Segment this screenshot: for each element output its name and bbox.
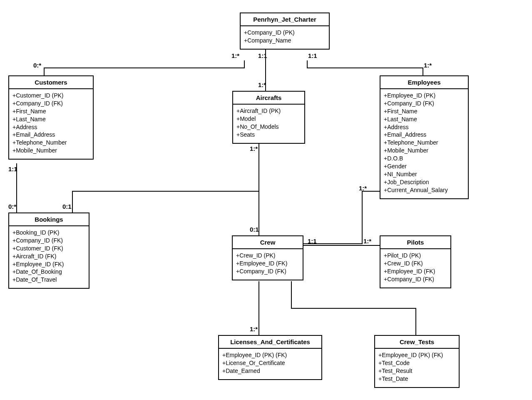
attribute-row: +Mobile_Number bbox=[12, 147, 89, 155]
entity-title: Bookings bbox=[9, 213, 89, 226]
attribute-row: +Company_ID (FK) bbox=[236, 268, 299, 275]
attribute-row: +Date_Of_Travel bbox=[12, 276, 85, 284]
attribute-row: +Aircraft_ID (FK) bbox=[12, 252, 85, 260]
multiplicity-customers-bookings-a: 1:1 bbox=[8, 165, 17, 172]
entity-customers: Customers +Customer_ID (PK)+Company_ID (… bbox=[8, 75, 94, 160]
entity-attrs-customers: +Customer_ID (PK)+Company_ID (FK)+First_… bbox=[9, 89, 93, 159]
attribute-row: +Email_Address bbox=[12, 131, 89, 139]
multiplicity-penrhyn-aircrafts-a: 1:1 bbox=[258, 52, 267, 59]
attribute-row: +Employee_ID (FK) bbox=[384, 268, 447, 275]
entity-crew-tests: Crew_Tests +Employee_ID (PK) (FK)+Test_C… bbox=[374, 335, 460, 388]
attribute-row: +Pilot_ID (PK) bbox=[384, 252, 447, 260]
er-diagram-canvas: 1:* 1:1 1:1 0:* 1:* 1:* 1:1 1:* 0:* 0:1 … bbox=[0, 0, 532, 400]
multiplicity-penrhyn-employees-a: 1:1 bbox=[308, 52, 317, 59]
multiplicity-aircrafts-bookings-a: 1:* bbox=[250, 145, 258, 152]
attribute-row: +Address bbox=[384, 123, 465, 131]
entity-attrs-pilots: +Pilot_ID (PK)+Crew_ID (FK)+Employee_ID … bbox=[380, 249, 450, 288]
multiplicity-crew-licenses-a: 1:* bbox=[250, 325, 258, 332]
attribute-row: +Company_ID (FK) bbox=[12, 100, 89, 108]
attribute-row: +Test_Result bbox=[378, 367, 455, 375]
attribute-row: +Test_Date bbox=[378, 375, 455, 383]
attribute-row: +Telephone_Number bbox=[384, 139, 465, 147]
attribute-row: +Employee_ID (PK) bbox=[384, 92, 465, 100]
attribute-row: +First_Name bbox=[12, 108, 89, 115]
entity-attrs-crew: +Crew_ID (PK)+Employee_ID (FK)+Company_I… bbox=[233, 249, 303, 280]
entity-title: Employees bbox=[380, 76, 468, 89]
multiplicity-customers-bookings-b: 0:* bbox=[8, 203, 16, 210]
attribute-row: +License_Or_Certificate bbox=[222, 359, 318, 367]
attribute-row: +Last_Name bbox=[12, 115, 89, 123]
attribute-row: +First_Name bbox=[384, 108, 465, 115]
multiplicity-aircrafts-crew-b: 0:1 bbox=[250, 226, 259, 233]
attribute-row: +Company_ID (FK) bbox=[384, 275, 447, 283]
attribute-row: +Test_Code bbox=[378, 359, 455, 367]
entity-title: Crew_Tests bbox=[375, 336, 459, 349]
attribute-row: +Gender bbox=[384, 162, 465, 170]
entity-licenses-and-certificates: Licenses_And_Certificates +Employee_ID (… bbox=[218, 335, 322, 380]
attribute-row: +Employee_ID (PK) (FK) bbox=[378, 351, 455, 359]
attribute-row: +Company_Name bbox=[244, 37, 326, 45]
entity-attrs-bookings: +Booking_ID (PK)+Company_ID (FK)+Custome… bbox=[9, 226, 89, 288]
attribute-row: +Crew_ID (FK) bbox=[384, 260, 447, 268]
attribute-row: +Employee_ID (FK) bbox=[236, 260, 299, 268]
entity-title: Pilots bbox=[380, 236, 450, 249]
attribute-row: +Email_Address bbox=[384, 131, 465, 139]
attribute-row: +Model bbox=[236, 115, 301, 123]
multiplicity-penrhyn-aircrafts-b: 1:* bbox=[258, 81, 266, 88]
attribute-row: +No_Of_Models bbox=[236, 123, 301, 131]
attribute-row: +Last_Name bbox=[384, 115, 465, 123]
entity-employees: Employees +Employee_ID (PK)+Company_ID (… bbox=[380, 75, 469, 199]
attribute-row: +Address bbox=[12, 123, 89, 131]
attribute-row: +Booking_ID (PK) bbox=[12, 229, 85, 237]
entity-attrs-licenses: +Employee_ID (PK) (FK)+License_Or_Certif… bbox=[219, 349, 321, 379]
entity-attrs-aircrafts: +Aircraft_ID (PK)+Model+No_Of_Models+Sea… bbox=[233, 105, 304, 143]
entity-penrhyn-jet-charter: Penrhyn_Jet_Charter +Company_ID (PK)+Com… bbox=[240, 12, 330, 50]
attribute-row: +Employee_ID (PK) (FK) bbox=[222, 351, 318, 359]
multiplicity-crew-pilots-a: 1:1 bbox=[308, 238, 317, 245]
multiplicity-penrhyn-employees-b: 1:* bbox=[424, 62, 432, 69]
multiplicity-aircrafts-bookings-b: 0:1 bbox=[62, 203, 72, 210]
entity-title: Crew bbox=[233, 236, 303, 249]
attribute-row: +Company_ID (PK) bbox=[244, 29, 326, 37]
attribute-row: +Telephone_Number bbox=[12, 139, 89, 147]
entity-title: Aircrafts bbox=[233, 92, 304, 105]
entity-aircrafts: Aircrafts +Aircraft_ID (PK)+Model+No_Of_… bbox=[232, 91, 305, 144]
attribute-row: +Mobile_Number bbox=[384, 147, 465, 155]
entity-crew: Crew +Crew_ID (PK)+Employee_ID (FK)+Comp… bbox=[232, 235, 303, 280]
attribute-row: +Customer_ID (PK) bbox=[12, 92, 89, 100]
attribute-row: +Crew_ID (PK) bbox=[236, 252, 299, 260]
entity-attrs-penrhyn: +Company_ID (PK)+Company_Name bbox=[241, 26, 329, 49]
entity-title: Licenses_And_Certificates bbox=[219, 336, 321, 349]
multiplicity-employees-crew-a: 1:* bbox=[359, 185, 367, 192]
attribute-row: +Company_ID (FK) bbox=[12, 237, 85, 245]
entity-title: Customers bbox=[9, 76, 93, 89]
entity-bookings: Bookings +Booking_ID (PK)+Company_ID (FK… bbox=[8, 212, 89, 289]
attribute-row: +Current_Annual_Salary bbox=[384, 186, 465, 194]
attribute-row: +NI_Number bbox=[384, 170, 465, 178]
attribute-row: +Date_Earned bbox=[222, 367, 318, 375]
entity-attrs-crewtests: +Employee_ID (PK) (FK)+Test_Code+Test_Re… bbox=[375, 349, 459, 387]
entity-attrs-employees: +Employee_ID (PK)+Company_ID (FK)+First_… bbox=[380, 89, 468, 198]
entity-pilots: Pilots +Pilot_ID (PK)+Crew_ID (FK)+Emplo… bbox=[380, 235, 451, 288]
attribute-row: +D.O.B bbox=[384, 155, 465, 162]
attribute-row: +Date_Of_Booking bbox=[12, 268, 85, 276]
multiplicity-crew-pilots-b: 1:* bbox=[363, 238, 371, 245]
attribute-row: +Seats bbox=[236, 131, 301, 139]
multiplicity-penrhyn-customers-b: 0:* bbox=[33, 62, 41, 69]
multiplicity-penrhyn-customers-a: 1:* bbox=[231, 52, 239, 59]
attribute-row: +Company_ID (FK) bbox=[384, 100, 465, 108]
entity-title: Penrhyn_Jet_Charter bbox=[241, 13, 329, 26]
attribute-row: +Job_Description bbox=[384, 178, 465, 186]
attribute-row: +Aircraft_ID (PK) bbox=[236, 107, 301, 115]
attribute-row: +Customer_ID (FK) bbox=[12, 245, 85, 252]
attribute-row: +Employee_ID (FK) bbox=[12, 260, 85, 268]
